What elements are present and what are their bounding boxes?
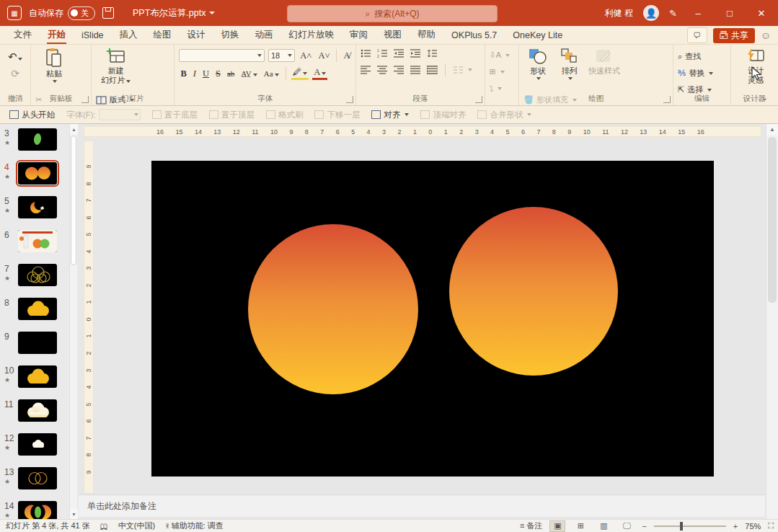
convert-smartart-button[interactable]: ⤵ [490, 82, 510, 94]
menu-tab-开始[interactable]: 开始 [40, 26, 74, 45]
main-scrollbar[interactable]: ▲ [766, 124, 778, 519]
bullets-icon[interactable] [361, 49, 371, 58]
italic-button[interactable]: I [192, 68, 198, 79]
shadow-button[interactable]: ab [226, 69, 236, 78]
line-spacing-icon[interactable] [427, 49, 438, 58]
grow-font-button[interactable]: A˄ [299, 50, 313, 61]
font-dialog-launcher[interactable] [346, 96, 353, 103]
scroll-up-icon[interactable]: ▲ [70, 124, 78, 134]
zoom-slider[interactable] [654, 526, 726, 527]
columns-button[interactable] [453, 64, 472, 76]
justify-icon[interactable] [410, 66, 421, 74]
font-name-combo[interactable] [179, 49, 264, 62]
autosave-control[interactable]: 自动保存 关 [29, 6, 95, 20]
arrange-button[interactable]: 排列 [555, 48, 584, 92]
font-color-button[interactable]: A [312, 67, 327, 80]
new-slide-button[interactable]: 新建 幻灯片 [96, 48, 136, 92]
slideshow-button[interactable]: 🖵 [619, 520, 635, 532]
qat-send-backward[interactable]: 下移一层 [309, 107, 365, 123]
slide-thumbnail-6[interactable]: 6 [0, 230, 69, 259]
comments-button[interactable]: 🗩 [687, 27, 707, 43]
quick-styles-button[interactable]: 快速样式 [586, 48, 622, 92]
menu-tab-iSlide[interactable]: iSlide [74, 26, 112, 45]
notes-toggle[interactable]: ≡ 备注 [520, 520, 542, 531]
menu-tab-OneKey Lite[interactable]: OneKey Lite [505, 26, 570, 45]
menu-tab-审阅[interactable]: 审阅 [342, 26, 376, 45]
save-icon[interactable] [102, 7, 114, 19]
clear-formatting-button[interactable]: A̸ [342, 50, 351, 61]
zoom-level[interactable]: 75% [745, 522, 761, 531]
zoom-in-button[interactable]: + [733, 522, 738, 531]
decrease-indent-icon[interactable] [394, 49, 405, 58]
slide-thumbnail-10[interactable]: 10★ [0, 365, 69, 394]
spellcheck-icon[interactable]: 🕮 [100, 522, 108, 531]
thumbnail-scrollbar[interactable]: ▲ ▼ [69, 124, 77, 519]
clipboard-dialog-launcher[interactable] [81, 96, 89, 103]
close-button[interactable]: ✕ [751, 0, 772, 26]
qat-align-top[interactable]: 顶端对齐 [415, 107, 471, 123]
feedback-icon[interactable]: ☺ [761, 30, 771, 41]
replace-button[interactable]: ℁ 替换 [678, 67, 713, 79]
slide-sorter-view-button[interactable]: ⊞ [573, 520, 588, 532]
qat-align[interactable]: 对齐 [366, 107, 414, 123]
scroll-down-icon[interactable]: ▼ [70, 509, 78, 519]
menu-tab-OKPlus 5.7[interactable]: OKPlus 5.7 [443, 26, 505, 45]
align-left-icon[interactable] [361, 66, 371, 74]
menu-tab-文件[interactable]: 文件 [6, 26, 40, 45]
increase-indent-icon[interactable] [410, 49, 421, 58]
fit-to-window-icon[interactable]: ⛶ [768, 521, 774, 531]
distribute-icon[interactable] [427, 66, 438, 74]
slide-thumbnail-9[interactable]: 9 [0, 332, 69, 360]
slide-thumbnail-3[interactable]: 3★ [0, 128, 69, 157]
zoom-slider-thumb[interactable] [680, 522, 683, 531]
slide-canvas[interactable] [151, 161, 714, 476]
normal-view-button[interactable]: ▣ [549, 520, 565, 532]
qat-font-combo[interactable]: 字体(F): [61, 107, 146, 123]
share-button[interactable]: 🖆 共享 [713, 28, 755, 43]
text-direction-button[interactable]: ⇩A [490, 49, 510, 61]
paragraph-dialog-launcher[interactable] [475, 96, 482, 103]
slide-thumbnail-8[interactable]: 8 [0, 298, 69, 327]
qat-merge-shapes[interactable]: 合并形状 [472, 107, 536, 123]
slide-thumbnail-13[interactable]: 13★ [0, 467, 69, 496]
character-spacing-button[interactable]: A̲V̲ [239, 69, 258, 78]
strikethrough-button[interactable]: S [214, 68, 222, 79]
qat-send-to-back[interactable]: 置于底层 [147, 107, 203, 123]
scrollbar-thumb[interactable] [768, 137, 777, 303]
paste-button[interactable]: 粘贴 [35, 48, 73, 92]
qat-play-from-start[interactable]: 从头开始 [4, 107, 60, 123]
zoom-out-button[interactable]: − [642, 522, 646, 531]
avatar[interactable]: 👤 [643, 5, 659, 21]
shapes-button[interactable]: 形状 [523, 48, 552, 92]
menu-tab-插入[interactable]: 插入 [112, 26, 146, 45]
qat-bring-to-front[interactable]: 置于顶层 [204, 107, 260, 123]
menu-tab-幻灯片放映[interactable]: 幻灯片放映 [281, 26, 342, 45]
document-title[interactable]: PPT布尔运算.pptx [133, 7, 215, 19]
minimize-button[interactable]: – [687, 0, 709, 26]
menu-tab-帮助[interactable]: 帮助 [410, 26, 443, 45]
pen-mode-icon[interactable]: ✎ [669, 8, 677, 19]
underline-button[interactable]: U [201, 68, 211, 79]
align-center-icon[interactable] [377, 66, 388, 74]
scrollbar-thumb[interactable] [71, 136, 76, 265]
notes-pane[interactable]: 单击此处添加备注 [79, 495, 765, 517]
app-icon[interactable]: ▦ [7, 6, 22, 20]
slide-thumbnail-7[interactable]: 7★ [0, 264, 69, 293]
reading-view-button[interactable]: ▥ [596, 520, 611, 532]
change-case-button[interactable]: Aa [262, 69, 280, 78]
qat-font-combo[interactable] [99, 109, 141, 120]
redo-button[interactable]: ⟳ [11, 68, 19, 79]
maximize-button[interactable]: □ [719, 0, 741, 26]
menu-tab-绘图[interactable]: 绘图 [146, 26, 180, 45]
menu-tab-设计[interactable]: 设计 [180, 26, 213, 45]
font-size-combo[interactable]: 18 [268, 49, 295, 62]
drawing-dialog-launcher[interactable] [663, 96, 671, 103]
align-text-button[interactable]: ⊞ [490, 66, 510, 78]
slide-thumbnail-4[interactable]: 4★ [0, 162, 69, 191]
scroll-up-icon[interactable]: ▲ [766, 124, 778, 135]
slide-thumbnail-12[interactable]: 12★ [0, 433, 69, 462]
language-indicator[interactable]: 中文(中国) [118, 520, 155, 531]
slide-thumbnail-11[interactable]: 11 [0, 399, 69, 428]
numbering-icon[interactable]: 12 [377, 49, 388, 58]
align-right-icon[interactable] [394, 66, 405, 74]
